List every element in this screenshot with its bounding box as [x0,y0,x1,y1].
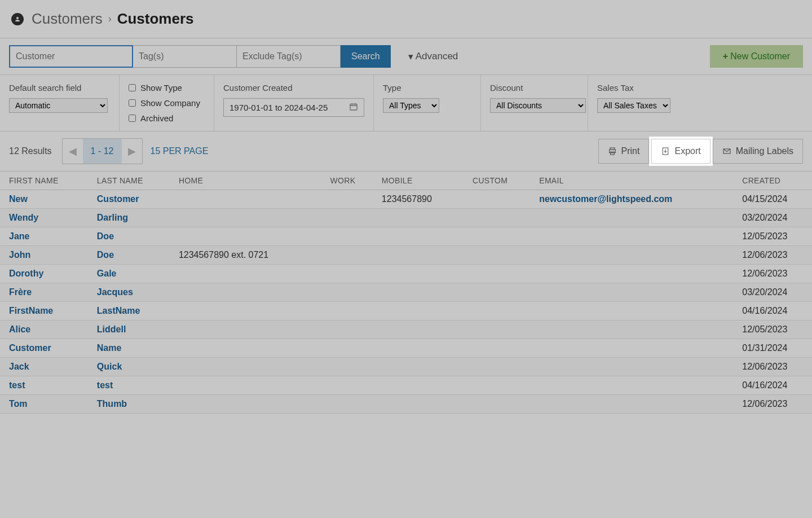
first-name-link[interactable]: Jack [9,362,29,371]
work-cell [321,246,373,265]
date-range-value: 1970-01-01 to 2024-04-25 [230,103,328,112]
new-customer-button[interactable]: +New Customer [710,45,803,68]
col-email[interactable]: EMAIL [530,172,733,190]
last-name-link[interactable]: Jacques [97,287,133,297]
email-cell [530,395,733,414]
page-next-button[interactable]: ▶ [122,139,142,164]
mobile-cell [373,265,464,283]
mailing-labels-button[interactable]: Mailing Labels [713,139,803,164]
first-name-link[interactable]: Customer [9,343,51,353]
advanced-label: Advanced [416,51,458,62]
home-cell [170,339,321,358]
breadcrumb: Customers › Customers [0,0,812,38]
created-cell: 12/06/2023 [733,246,812,265]
first-name-link[interactable]: Tom [9,399,28,409]
last-name-link[interactable]: LastName [97,306,140,315]
created-cell: 12/05/2023 [733,321,812,339]
archived-checkbox[interactable]: Archived [129,113,205,123]
mailing-labels-label: Mailing Labels [736,146,793,156]
breadcrumb-parent[interactable]: Customers [32,10,103,28]
calendar-icon [349,102,358,113]
custom-cell [464,283,530,302]
last-name-link[interactable]: Customer [97,194,139,204]
plus-icon: + [723,51,728,62]
work-cell [321,190,373,209]
discount-select[interactable]: All Discounts [490,98,586,113]
search-button[interactable]: Search [341,45,391,68]
home-cell [170,209,321,227]
table-row: AliceLiddell12/05/2023 [0,321,812,339]
date-range-input[interactable]: 1970-01-01 to 2024-04-25 [223,98,364,117]
type-select[interactable]: All Types [383,98,439,113]
last-name-link[interactable]: Gale [97,269,117,278]
email-cell: newcustomer@lightspeed.com [530,190,733,209]
home-cell [170,358,321,376]
col-custom[interactable]: CUSTOM [464,172,530,190]
created-cell: 04/16/2024 [733,302,812,321]
print-button[interactable]: Print [598,139,650,164]
first-name-link[interactable]: Dorothy [9,269,43,278]
first-name-link[interactable]: Alice [9,324,30,334]
tags-input[interactable] [133,45,237,68]
show-type-checkbox[interactable]: Show Type [129,83,205,93]
work-cell [321,302,373,321]
last-name-link[interactable]: Quick [97,362,122,371]
col-last-name[interactable]: LAST NAME [88,172,170,190]
last-name-link[interactable]: Liddell [97,324,126,334]
last-name-link[interactable]: Doe [97,231,114,241]
home-cell [170,376,321,395]
custom-cell [464,302,530,321]
first-name-link[interactable]: FirstName [9,306,53,315]
col-work[interactable]: WORK [321,172,373,190]
exclude-tags-input[interactable] [237,45,341,68]
work-cell [321,376,373,395]
table-row: JackQuick12/06/2023 [0,358,812,376]
last-name-link[interactable]: Darling [97,213,128,222]
results-count: 12 Results [9,146,52,156]
user-icon [11,13,24,25]
created-cell: 12/06/2023 [733,265,812,283]
email-cell [530,246,733,265]
first-name-link[interactable]: Jane [9,231,29,241]
table-row: NewCustomer1234567890newcustomer@lightsp… [0,190,812,209]
first-name-link[interactable]: Wendy [9,213,38,222]
last-name-link[interactable]: Doe [97,250,114,260]
mobile-cell [373,209,464,227]
work-cell [321,339,373,358]
col-first-name[interactable]: FIRST NAME [0,172,88,190]
default-search-field-select[interactable]: Automatic [9,98,108,113]
last-name-link[interactable]: Thumb [97,399,127,409]
col-mobile[interactable]: MOBILE [373,172,464,190]
work-cell [321,227,373,246]
created-cell: 04/15/2024 [733,190,812,209]
last-name-link[interactable]: test [97,380,113,390]
first-name-link[interactable]: test [9,380,25,390]
col-home[interactable]: HOME [170,172,321,190]
mobile-cell [373,339,464,358]
per-page-toggle[interactable]: 15 PER PAGE [151,146,209,156]
pagination: ◀ 1 - 12 ▶ [62,138,143,164]
show-type-label: Show Type [140,83,182,93]
table-row: FirstNameLastName04/16/2024 [0,302,812,321]
customer-search-input[interactable] [9,45,133,68]
chevron-down-icon: ▾ [408,51,413,63]
custom-cell [464,227,530,246]
email-link[interactable]: newcustomer@lightspeed.com [539,194,672,204]
col-created[interactable]: CREATED [733,172,812,190]
last-name-link[interactable]: Name [97,343,122,353]
created-cell: 03/20/2024 [733,209,812,227]
show-company-checkbox[interactable]: Show Company [129,98,205,108]
page-prev-button[interactable]: ◀ [63,139,83,164]
export-button[interactable]: Export [651,139,710,164]
created-cell: 04/16/2024 [733,376,812,395]
first-name-link[interactable]: New [9,194,28,204]
table-row: WendyDarling03/20/2024 [0,209,812,227]
export-icon [661,147,670,156]
table-row: DorothyGale12/06/2023 [0,265,812,283]
advanced-toggle[interactable]: ▾Advanced [398,45,469,68]
first-name-link[interactable]: John [9,250,30,260]
first-name-link[interactable]: Frère [9,287,32,297]
created-cell: 03/20/2024 [733,283,812,302]
page-range[interactable]: 1 - 12 [83,139,122,164]
sales-tax-select[interactable]: All Sales Taxes [597,98,670,113]
